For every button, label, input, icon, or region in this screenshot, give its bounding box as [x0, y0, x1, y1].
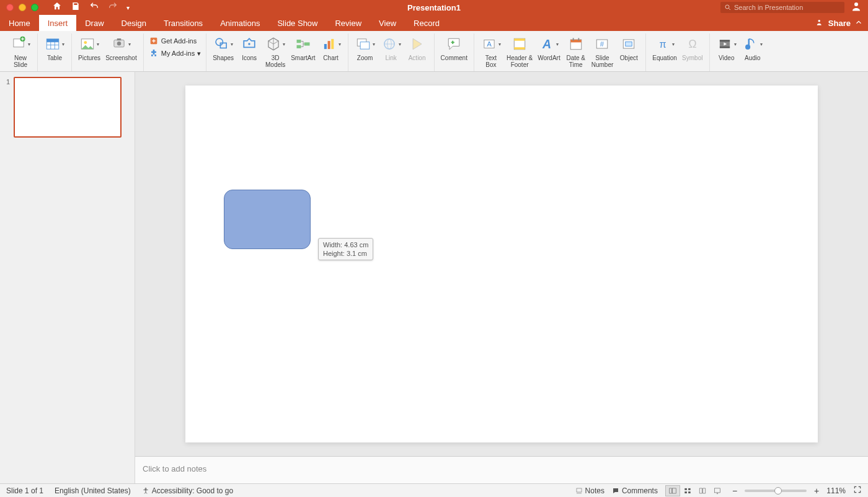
shapes-button[interactable]: ▾ Shapes [210, 33, 236, 63]
svg-rect-18 [304, 42, 310, 45]
status-notes-button[interactable]: Notes [575, 486, 604, 495]
svg-text:π: π [659, 38, 666, 50]
share-button[interactable]: Share [828, 19, 851, 28]
svg-text:Ω: Ω [688, 38, 696, 50]
pictures-button[interactable]: ▾ Pictures [76, 33, 103, 63]
search-icon [724, 4, 732, 11]
share-person-icon [816, 18, 825, 29]
my-addins-button[interactable]: My Add-ins ▾ [149, 48, 201, 58]
minimize-window[interactable] [19, 4, 26, 11]
status-slide-indicator[interactable]: Slide 1 of 1 [6, 486, 43, 495]
link-button[interactable]: ▾ Link [378, 33, 404, 63]
svg-rect-49 [672, 488, 676, 493]
zoom-out-button[interactable]: − [732, 486, 737, 496]
tab-view[interactable]: View [370, 15, 405, 31]
tab-insert[interactable]: Insert [39, 15, 77, 31]
redo-icon[interactable] [108, 1, 118, 14]
status-comments-button[interactable]: Comments [612, 486, 658, 495]
slide-thumbnails-pane[interactable]: 1 [0, 72, 135, 483]
tab-transitions[interactable]: Transitions [155, 15, 211, 31]
undo-icon[interactable] [89, 1, 99, 14]
search-input[interactable]: Search in Presentation [720, 2, 844, 13]
zoom-level[interactable]: 111% [826, 486, 846, 495]
action-button[interactable]: Action [404, 33, 430, 63]
status-language[interactable]: English (United States) [55, 486, 131, 495]
svg-text:A: A [487, 40, 492, 48]
close-window[interactable] [6, 4, 14, 11]
svg-rect-50 [684, 488, 687, 490]
3d-models-button[interactable]: ▾ 3D Models [262, 33, 288, 69]
slide-canvas-area[interactable]: Width: 4.63 cm Height: 3.1 cm [135, 72, 868, 456]
comments-icon [612, 487, 619, 495]
svg-point-8 [84, 41, 87, 44]
status-accessibility[interactable]: Accessibility: Good to go [142, 486, 233, 495]
maximize-window[interactable] [31, 4, 38, 11]
header-footer-button[interactable]: Header & Footer [504, 33, 535, 69]
datetime-button[interactable]: Date & Time [563, 33, 589, 69]
svg-rect-21 [331, 39, 334, 49]
audio-button[interactable]: ▾ Audio [740, 33, 766, 63]
svg-point-2 [818, 19, 820, 22]
tab-record[interactable]: Record [405, 15, 448, 31]
symbol-button[interactable]: Ω Symbol [680, 33, 706, 63]
zoom-button[interactable]: ▾ Zoom [352, 33, 378, 63]
object-button[interactable]: Object [616, 33, 642, 63]
new-slide-button[interactable]: ▾ New Slide [7, 33, 33, 69]
sorter-view-button[interactable] [680, 485, 695, 496]
save-icon[interactable] [71, 1, 81, 14]
reading-view-button[interactable] [695, 485, 710, 496]
slide[interactable]: Width: 4.63 cm Height: 3.1 cm [185, 86, 818, 442]
svg-rect-11 [117, 38, 122, 40]
get-addins-button[interactable]: Get Add-ins [149, 36, 201, 46]
rounded-rectangle-shape[interactable] [224, 190, 311, 249]
textbox-button[interactable]: A▾ Text Box [478, 33, 504, 69]
icons-button[interactable]: Icons [236, 33, 262, 63]
svg-rect-33 [570, 40, 582, 42]
workarea: 1 Width: 4.63 cm Height: 3.1 cm Click to… [0, 72, 868, 483]
svg-rect-35 [578, 38, 579, 40]
qat-customize-icon[interactable]: ▾ [126, 4, 130, 11]
svg-text:#: # [600, 40, 604, 48]
account-icon[interactable] [851, 1, 862, 14]
zoom-in-button[interactable]: + [814, 486, 819, 496]
smartart-button[interactable]: SmartArt [288, 33, 317, 63]
svg-rect-19 [324, 44, 326, 49]
tab-home[interactable]: Home [0, 15, 39, 31]
tab-animations[interactable]: Animations [211, 15, 268, 31]
notes-pane[interactable]: Click to add notes [135, 456, 868, 483]
slide-number-button[interactable]: # Slide Number [589, 33, 616, 69]
view-buttons [665, 485, 725, 496]
zoom-slider[interactable] [745, 490, 807, 492]
tab-draw[interactable]: Draw [76, 15, 112, 31]
fit-to-window-button[interactable] [853, 485, 862, 496]
tab-review[interactable]: Review [326, 15, 370, 31]
notes-icon [575, 487, 583, 495]
svg-rect-34 [572, 38, 574, 40]
svg-point-15 [248, 43, 250, 45]
screenshot-button[interactable]: ▾ Screenshot [103, 33, 140, 63]
comment-button[interactable]: Comment [438, 33, 470, 63]
tab-design[interactable]: Design [113, 15, 155, 31]
svg-point-10 [117, 42, 122, 46]
tooltip-height: Height: 3.1 cm [323, 249, 368, 258]
collapse-ribbon-icon[interactable] [854, 18, 863, 29]
ribbon: ▾ New Slide ▾ Table ▾ Pictures ▾ Screens… [0, 31, 868, 72]
equation-button[interactable]: π▾ Equation [650, 33, 679, 63]
slide-thumbnail-1[interactable] [14, 77, 122, 138]
table-button[interactable]: ▾ Table [42, 33, 68, 63]
wordart-button[interactable]: A▾ WordArt [535, 33, 563, 63]
ribbon-tabs: Home Insert Draw Design Transitions Anim… [0, 15, 868, 31]
normal-view-button[interactable] [665, 485, 680, 496]
chart-button[interactable]: ▾ Chart [318, 33, 344, 63]
svg-point-13 [216, 38, 223, 45]
slideshow-view-button[interactable] [710, 485, 725, 496]
video-button[interactable]: ▾ Video [714, 33, 740, 63]
tab-slideshow[interactable]: Slide Show [268, 15, 326, 31]
titlebar: ▾ Presentation1 Search in Presentation [0, 0, 868, 15]
window-controls [0, 4, 38, 11]
svg-rect-54 [714, 488, 720, 492]
tooltip-width: Width: 4.63 cm [323, 240, 368, 249]
home-icon[interactable] [52, 1, 62, 14]
document-title: Presentation1 [407, 3, 461, 12]
svg-rect-39 [626, 42, 632, 46]
